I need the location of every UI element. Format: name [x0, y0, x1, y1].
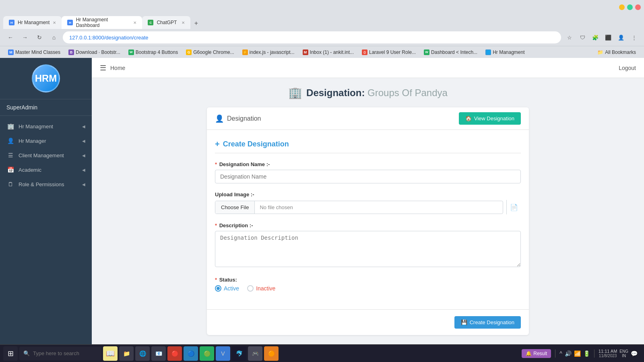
description-label-text: Description :-: [219, 222, 253, 228]
taskbar-book-app[interactable]: 📖: [103, 346, 118, 361]
taskbar-widget-8[interactable]: 🐬: [232, 346, 246, 361]
bookmark-bootstrap-buttons[interactable]: W Bootstrap 4 Buttons: [125, 49, 181, 56]
top-nav-home-link[interactable]: Home: [110, 65, 125, 71]
logo-circle: HRM: [32, 64, 60, 93]
active-radio-dot[interactable]: [215, 285, 221, 292]
bookmark-inbox[interactable]: M Inbox (1) - ankit.int...: [299, 49, 357, 56]
tab-close-3[interactable]: ✕: [182, 21, 185, 25]
address-bar-icons: ☆ 🛡 🧩 ⬛ 👤 ⋮: [564, 32, 639, 43]
bookmark-label-7: Laravel 9 User Role...: [369, 49, 416, 55]
result-button[interactable]: 🔔 Result: [522, 349, 551, 358]
tray-volume-icon[interactable]: 🔊: [565, 350, 572, 357]
browser-tab-3[interactable]: C ChatGPT ✕: [142, 16, 190, 29]
sidebar-nav: 🏢 Hr Managment ◀ 👤 Hr Manager ◀ ☰ Client…: [0, 116, 92, 344]
tray-notifications-icon[interactable]: 💬: [631, 350, 638, 357]
choose-file-button[interactable]: Choose File: [215, 201, 255, 214]
all-bookmarks-btn[interactable]: 📁 All Bookmarks: [594, 49, 639, 56]
taskbar-search-bar[interactable]: 🔍: [19, 347, 101, 360]
tray-clock[interactable]: 11:11 AM 11/8/2023: [599, 349, 617, 358]
minimize-button[interactable]: [619, 4, 625, 10]
bookmark-label-5: index.js - javascript...: [250, 49, 295, 55]
extensions-icon[interactable]: 🧩: [590, 32, 601, 43]
sidebar-toggle-icon[interactable]: ⬛: [603, 32, 613, 43]
hr-management-label: Hr Managment: [19, 123, 78, 130]
academic-icon: 📅: [6, 167, 14, 173]
tab-close-2[interactable]: ✕: [133, 21, 136, 25]
tray-chevron-icon[interactable]: ^: [559, 350, 562, 357]
create-designation-button[interactable]: 💾 Create Designation: [454, 316, 521, 329]
reload-button[interactable]: ↻: [34, 32, 45, 43]
tray-network-icon[interactable]: 📶: [574, 350, 581, 357]
taskbar-widget-6[interactable]: 🟢: [200, 346, 214, 361]
start-button[interactable]: ⊞: [3, 346, 18, 361]
shield-icon[interactable]: 🛡: [577, 32, 588, 43]
card-footer: 💾 Create Designation: [207, 309, 529, 335]
bookmark-star-icon[interactable]: ☆: [564, 32, 575, 43]
inactive-radio-dot[interactable]: [247, 285, 254, 292]
bookmark-master-mind[interactable]: M Master Mind Classes: [5, 49, 64, 56]
taskbar-widget-4[interactable]: 🔴: [167, 346, 182, 361]
maximize-button[interactable]: [627, 4, 633, 10]
role-permissions-icon: 🗒: [6, 181, 14, 187]
browser-chrome: H Hr Managment ✕ H Hr Managment Dashboar…: [0, 0, 644, 58]
taskbar-widget-9[interactable]: 🎮: [248, 346, 262, 361]
forward-button[interactable]: →: [19, 32, 31, 43]
bookmark-bootstrap-download[interactable]: B Download · Bootstr...: [65, 49, 124, 56]
card-header-left: 👤 Designation: [215, 114, 261, 123]
logout-button[interactable]: Logout: [619, 65, 636, 71]
tab-label-2: Hr Managment Dashboard: [76, 17, 130, 28]
tray-lang: ENG: [619, 349, 628, 354]
bookmark-google-chrome[interactable]: G G6oogle Chrome...: [183, 49, 237, 56]
bookmark-indexjs[interactable]: ⚡ index.js - javascript...: [239, 49, 298, 56]
sidebar-item-hr-management[interactable]: 🏢 Hr Managment ◀: [0, 119, 92, 134]
taskbar-widget-2[interactable]: 🌐: [135, 346, 150, 361]
tray-language[interactable]: ENG IN: [619, 349, 628, 358]
tab-label-3: ChatGPT: [157, 20, 177, 25]
inactive-radio-label: Inactive: [256, 285, 275, 292]
new-tab-button[interactable]: +: [190, 18, 202, 29]
home-button[interactable]: ⌂: [48, 32, 60, 43]
status-inactive-option[interactable]: Inactive: [247, 285, 275, 292]
role-permissions-arrow: ◀: [82, 182, 85, 187]
status-row: Active Inactive: [215, 285, 521, 292]
bookmark-label-6: Inbox (1) - ankit.int...: [310, 49, 354, 55]
tab-close-1[interactable]: ✕: [53, 21, 56, 25]
card-header-label: Designation: [227, 115, 261, 122]
browser-tab-2[interactable]: H Hr Managment Dashboard ✕: [62, 16, 142, 29]
taskbar-widget-1[interactable]: 📁: [119, 346, 134, 361]
back-button[interactable]: ←: [5, 32, 16, 43]
hamburger-icon[interactable]: ☰: [100, 64, 106, 72]
bookmark-hr-managment[interactable]: 🌐 Hr Managment: [482, 49, 528, 56]
sidebar-item-academic[interactable]: 📅 Academic ◀: [0, 162, 92, 177]
hr-manager-label: Hr Manager: [19, 138, 78, 144]
client-management-icon: ☰: [6, 152, 14, 158]
bookmark-laravel[interactable]: {} Laravel 9 User Role...: [359, 49, 419, 56]
taskbar-search-input[interactable]: [33, 350, 97, 356]
page-title: Designation: Groups Of Pandya: [306, 87, 448, 99]
status-active-option[interactable]: Active: [215, 285, 239, 292]
file-upload-icon-btn[interactable]: 📄: [506, 200, 521, 214]
address-input[interactable]: 127.0.0.1:8000/designation/create: [63, 31, 561, 43]
tray-battery-icon[interactable]: 🔋: [583, 350, 590, 357]
bookmark-dashboard[interactable]: W Dashboard < Intech...: [421, 49, 481, 56]
menu-icon[interactable]: ⋮: [629, 32, 639, 43]
page-title-prefix: Designation:: [306, 87, 365, 98]
browser-tab-1[interactable]: H Hr Managment ✕: [3, 16, 62, 29]
taskbar-widget-5[interactable]: 🔵: [184, 346, 198, 361]
status-group: * Status: Active Inactive: [215, 277, 521, 292]
sidebar-item-client-management[interactable]: ☰ Client Management ◀: [0, 148, 92, 162]
view-designation-button[interactable]: 🏠 View Designation: [459, 112, 521, 125]
close-button[interactable]: [635, 4, 641, 10]
tab-favicon-2: H: [67, 20, 72, 25]
description-textarea[interactable]: [215, 231, 521, 267]
taskbar-widget-7[interactable]: V: [216, 346, 230, 361]
sidebar-item-role-permissions[interactable]: 🗒 Role & Permissions ◀: [0, 177, 92, 191]
profile-icon[interactable]: 👤: [616, 32, 626, 43]
sidebar-item-hr-manager[interactable]: 👤 Hr Manager ◀: [0, 134, 92, 148]
academic-label: Academic: [19, 167, 78, 173]
bookmark-icon-6: M: [303, 49, 308, 55]
taskbar-widget-10[interactable]: 🟠: [264, 346, 279, 361]
taskbar-widget-3[interactable]: 📧: [151, 346, 166, 361]
taskbar: ⊞ 🔍 📖 📁 🌐 📧 🔴 🔵 🟢 V 🐬 🎮 🟠 🔔 Result ^ 🔊 📶…: [0, 344, 644, 362]
designation-name-input[interactable]: [215, 170, 521, 183]
